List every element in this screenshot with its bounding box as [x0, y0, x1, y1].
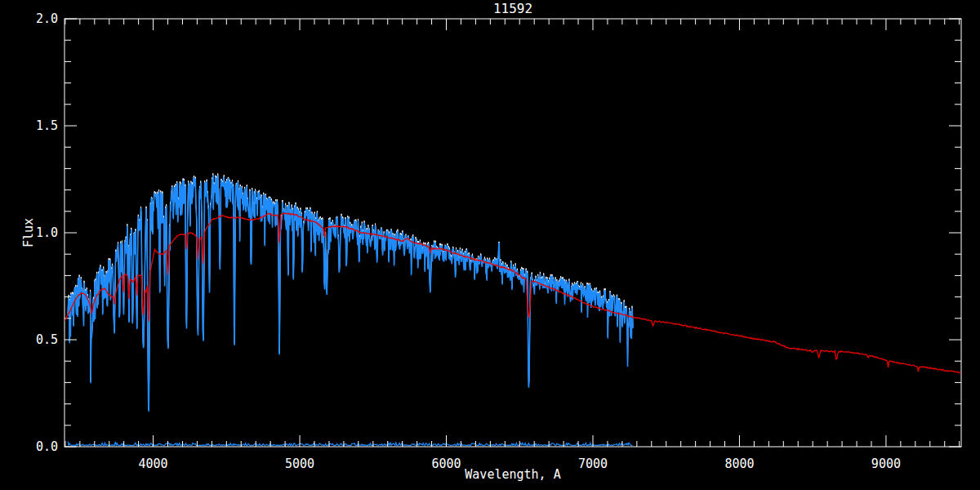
spectrum-chart: 11592Wavelength, AFlux400050006000700080…	[0, 0, 980, 490]
y-tick-label: 2.0	[36, 11, 58, 26]
x-tick-label: 9000	[871, 457, 901, 471]
chart-title: 11592	[493, 1, 532, 16]
y-tick-label: 0.5	[36, 332, 58, 347]
spectrum-plot-figure: 11592Wavelength, AFlux400050006000700080…	[0, 0, 980, 490]
y-tick-label: 0.0	[36, 439, 58, 454]
x-tick-label: 7000	[578, 457, 608, 471]
x-axis-label: Wavelength, A	[465, 467, 560, 482]
x-tick-label: 4000	[139, 457, 168, 471]
x-tick-label: 5000	[285, 457, 314, 471]
y-axis-label: Flux	[21, 218, 36, 247]
y-tick-label: 1.5	[36, 118, 58, 133]
x-tick-label: 6000	[431, 457, 461, 471]
x-tick-label: 8000	[724, 457, 754, 471]
y-tick-label: 1.0	[36, 225, 58, 240]
